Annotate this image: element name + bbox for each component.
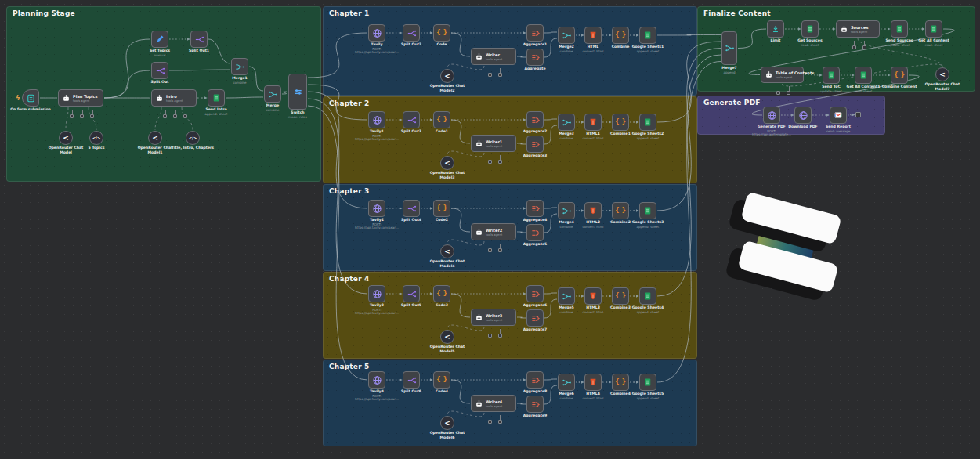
node-intro[interactable]: Introtools agent: [151, 89, 197, 107]
node-tavily2[interactable]: Tavily2POST: https://api.tavily.com/sear…: [368, 200, 385, 217]
connection[interactable]: [308, 99, 367, 294]
node-aggregate2[interactable]: Aggregate2: [526, 111, 544, 128]
node-html4[interactable]: HTML4convert: html: [584, 374, 602, 391]
node-openrouter-chat-model7[interactable]: <OpenRouter Chat Model7: [935, 67, 949, 81]
node-tavily[interactable]: TavilyPOST: https://api.tavily.com/sear…: [368, 24, 385, 42]
node-aggregate9[interactable]: Aggregate9: [526, 396, 544, 413]
node-merge7[interactable]: Merge7append: [721, 31, 737, 65]
node-openrouter-chat-model2[interactable]: <OpenRouter Chat Model2: [440, 69, 454, 83]
node-writer3[interactable]: Writer3tools agent: [471, 309, 516, 326]
connection[interactable]: [544, 293, 557, 294]
sub-connector-pin[interactable]: [80, 114, 84, 118]
node-openrouter-chat-model6[interactable]: <OpenRouter Chat Model6: [440, 416, 454, 430]
sub-connector-pin[interactable]: [488, 248, 492, 252]
sub-connector-pin[interactable]: [488, 73, 492, 77]
node-google-sheets3[interactable]: Google Sheets3append: sheet: [639, 202, 656, 219]
sub-connector-pin[interactable]: [862, 45, 866, 49]
node-google-sheets2[interactable]: Google Sheets2append: sheet: [639, 114, 656, 131]
node-code4[interactable]: { }Code4: [433, 371, 450, 389]
node-writer2[interactable]: Writer2tools agent: [471, 223, 516, 240]
node-g-pin[interactable]: [855, 112, 861, 117]
node-writer[interactable]: Writertools agent: [471, 48, 516, 65]
node-aggregate3[interactable]: Aggregate3: [526, 136, 544, 153]
node-openrouter-chat-model[interactable]: <OpenRouter Chat Model: [59, 131, 73, 145]
sub-connector-pin[interactable]: [70, 114, 74, 118]
node-merge[interactable]: Mergecombine: [264, 85, 281, 103]
node-google-sheets4[interactable]: Google Sheets4append: sheet: [639, 287, 656, 305]
node-html2[interactable]: HTML2convert: html: [584, 202, 602, 219]
node-html[interactable]: HTMLconvert: html: [584, 27, 602, 44]
node-aggregate5[interactable]: Aggregate5: [526, 224, 544, 241]
node-html3[interactable]: HTML3convert: html: [584, 287, 602, 305]
connection[interactable]: [169, 70, 230, 70]
node-aggregate[interactable]: Aggregate: [526, 49, 544, 66]
node-aggregate7[interactable]: Aggregate7: [526, 309, 544, 327]
node-writer1[interactable]: Writer1tools agent: [471, 135, 516, 152]
node-combine3[interactable]: { }Combine3: [612, 287, 629, 305]
node-merge6[interactable]: Merge6combine: [558, 374, 575, 391]
node-merge2[interactable]: Merge2combine: [558, 27, 575, 44]
node-5-topics[interactable]: </>5 Topics: [89, 131, 103, 145]
node-openrouter-chat-model1[interactable]: <OpenRouter Chat Model1: [148, 131, 162, 145]
connection[interactable]: [657, 35, 721, 36]
node-get-sources[interactable]: Get Sourcesread: sheet: [801, 20, 819, 38]
sub-connector-pin[interactable]: [173, 114, 177, 118]
sub-connector-pin[interactable]: [488, 160, 492, 164]
node-get-all-content[interactable]: Get All Contentread: sheet: [925, 20, 942, 38]
node-limit[interactable]: Limit: [767, 20, 784, 38]
sub-connector-pin[interactable]: [163, 114, 167, 118]
node-html1[interactable]: HTML1convert: html: [584, 114, 602, 131]
connection[interactable]: [447, 325, 484, 331]
node-split-out6[interactable]: Split Out6: [403, 371, 420, 389]
connection[interactable]: [848, 115, 855, 116]
node-split-out5[interactable]: Split Out5: [403, 285, 420, 302]
node-plan-topics[interactable]: Plan Topicstools agent: [58, 89, 103, 107]
node-aggregate1[interactable]: Aggregate1: [526, 24, 544, 42]
node-send-sources[interactable]: Send Sourcesupdate: sheet: [891, 20, 908, 38]
node-send-toc[interactable]: Send ToCupdate: sheet: [823, 67, 840, 84]
node-get-all-content1[interactable]: Get All Content1read: sheet: [855, 67, 872, 84]
node-combine1[interactable]: { }Combine1: [612, 114, 629, 131]
connection[interactable]: [447, 64, 484, 70]
sub-connector-pin[interactable]: [852, 45, 856, 49]
node-combine-content[interactable]: { }Combine Content: [891, 67, 908, 84]
connection[interactable]: [182, 107, 193, 130]
sub-connector-pin[interactable]: [488, 334, 492, 338]
sub-connector-pin[interactable]: [776, 91, 780, 95]
node-tavily3[interactable]: Tavily3POST: https://api.tavily.com/sear…: [368, 285, 385, 302]
node-combine2[interactable]: { }Combine2: [612, 202, 629, 219]
sub-connector-pin[interactable]: [498, 334, 502, 338]
sub-connector-pin[interactable]: [183, 114, 187, 118]
node-tavily1[interactable]: Tavily1POST: https://api.tavily.com/sear…: [368, 111, 385, 128]
node-google-sheets1[interactable]: Google Sheets1append: sheet: [639, 27, 656, 44]
node-on-form-submission[interactable]: On form submissionϟ: [22, 89, 39, 107]
node-table-of-contents[interactable]: Table of Contentstools agent: [761, 67, 804, 83]
node-aggregate8[interactable]: Aggregate8: [526, 371, 544, 389]
node-openrouter-chat-model3[interactable]: <OpenRouter Chat Model3: [440, 156, 454, 170]
node-split-out4[interactable]: Split Out4: [403, 200, 420, 217]
connection[interactable]: [226, 97, 263, 98]
connection[interactable]: [517, 56, 526, 57]
node-download-pdf[interactable]: Download PDF: [794, 107, 812, 124]
sub-connector-pin[interactable]: [488, 420, 492, 424]
node-aggregate6[interactable]: Aggregate6: [526, 285, 544, 302]
node-tavily4[interactable]: Tavily4POST: https://api.tavily.com/sear…: [368, 371, 385, 389]
node-split-out3[interactable]: Split Out3: [403, 111, 420, 128]
node-merge3[interactable]: Merge3combine: [558, 114, 575, 131]
node-code2[interactable]: { }Code2: [433, 200, 450, 217]
node-code1[interactable]: { }Code1: [433, 111, 450, 128]
node-combine[interactable]: { }Combine: [612, 27, 629, 44]
sub-connector-pin[interactable]: [787, 91, 790, 95]
connection[interactable]: [517, 143, 526, 144]
connection[interactable]: [657, 55, 721, 296]
node-aggregate4[interactable]: Aggregate4: [526, 200, 544, 217]
workflow-canvas[interactable]: Planning StageChapter 1Chapter 2Chapter …: [0, 0, 980, 459]
connection[interactable]: [447, 151, 484, 157]
connection[interactable]: [104, 70, 150, 98]
connection[interactable]: [447, 411, 484, 417]
connection[interactable]: [544, 32, 557, 33]
node-google-sheets5[interactable]: Google Sheets5append: sheet: [639, 374, 656, 391]
node-merge4[interactable]: Merge4combine: [558, 202, 575, 219]
node-send-intro[interactable]: Send Introappend: sheet: [208, 89, 225, 107]
node-split-out1[interactable]: Split Out1: [190, 31, 208, 48]
